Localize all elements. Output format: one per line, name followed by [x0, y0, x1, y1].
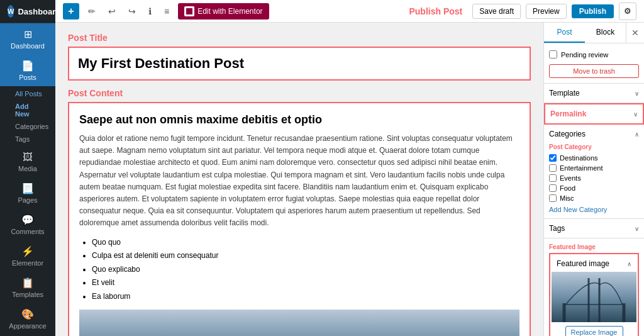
sidebar-item-label: Media: [18, 165, 37, 172]
comments-icon: 💬: [21, 214, 34, 226]
sidebar-item-pages[interactable]: 📃 Pages: [0, 177, 55, 209]
featured-image-header[interactable]: Featured image ∧: [552, 255, 636, 272]
preview-button[interactable]: Preview: [526, 4, 567, 19]
list-item: Et velit: [92, 276, 519, 290]
sidebar-subitem-categories[interactable]: Categories: [8, 120, 50, 133]
sidebar-item-label: Posts: [19, 74, 36, 81]
list-item: Culpa est at deleniti eum consequatur: [92, 249, 519, 263]
panel-settings-button[interactable]: ⚙: [619, 3, 636, 20]
featured-image-annotation: Featured Image: [549, 244, 639, 250]
permalink-accordion-header[interactable]: Permalink ∨: [545, 104, 643, 123]
template-accordion: Template ∨: [544, 84, 644, 103]
sidebar-item-posts[interactable]: 📄 Posts: [0, 55, 55, 86]
wp-logo-icon: W: [8, 5, 14, 18]
publish-button[interactable]: Publish: [572, 4, 614, 18]
redo-button[interactable]: ↪: [125, 4, 140, 19]
post-content-label: Post Content: [68, 88, 531, 98]
templates-icon: 📋: [21, 277, 34, 289]
move-to-trash-button[interactable]: Move to trash: [549, 64, 639, 78]
featured-image-panel: Featured image ∧: [549, 253, 639, 336]
publish-post-title: Publish Post: [409, 6, 462, 16]
template-accordion-header[interactable]: Template ∨: [544, 84, 644, 103]
sidebar-item-dashboard[interactable]: ⊞ Dashboard: [0, 23, 55, 55]
category-entertainment: Entertainment: [549, 163, 639, 173]
permalink-accordion: Permalink ∨: [544, 103, 644, 125]
post-content-area: Saepe aut non omnis maxime debitis et op…: [68, 102, 531, 336]
sidebar-item-comments[interactable]: 💬 Comments: [0, 209, 55, 240]
category-destinations-checkbox[interactable]: [549, 154, 557, 162]
elementor-button-label: Edit with Elementor: [197, 7, 262, 16]
permalink-chevron-icon: ∨: [633, 111, 638, 118]
post-title-input[interactable]: [68, 47, 531, 81]
category-misc-checkbox[interactable]: [549, 194, 557, 202]
sidebar-item-templates[interactable]: 📋 Templates: [0, 272, 55, 303]
category-misc-label: Misc: [560, 194, 574, 202]
appearance-icon: 🎨: [21, 308, 34, 320]
panel-close-button[interactable]: ✕: [626, 23, 644, 43]
sidebar-item-label: Dashboard: [11, 42, 45, 50]
category-entertainment-label: Entertainment: [560, 164, 602, 172]
elementor-logo-icon: [184, 6, 194, 16]
pending-review-checkbox[interactable]: [549, 50, 557, 59]
add-block-button[interactable]: +: [63, 3, 79, 20]
content-heading: Saepe aut non omnis maxime debitis et op…: [79, 113, 519, 126]
sidebar-subitem-add-new[interactable]: Add New: [8, 100, 50, 120]
categories-label: Categories: [549, 130, 586, 138]
editor-body: Post Title Post Content Saepe aut non om…: [55, 23, 644, 336]
list-item: Ea laborum: [92, 290, 519, 304]
category-food: Food: [549, 183, 639, 193]
replace-image-button[interactable]: Replace Image: [565, 326, 623, 336]
categories-accordion-header[interactable]: Categories ∧: [544, 125, 644, 143]
category-misc: Misc: [549, 193, 639, 203]
pencil-icon[interactable]: ✏: [84, 4, 99, 19]
sidebar: W Dashboard ⊞ Dashboard 📄 Posts All Post…: [0, 0, 55, 336]
media-icon: 🖼: [23, 152, 33, 163]
main-area: + ✏ ↩ ↪ ℹ ≡ Edit with Elementor Publish …: [55, 0, 644, 336]
tab-post[interactable]: Post: [544, 23, 585, 43]
save-draft-button[interactable]: Save draft: [472, 4, 521, 19]
sidebar-item-media[interactable]: 🖼 Media: [0, 147, 55, 177]
sidebar-item-label: Templates: [12, 291, 43, 298]
info-button[interactable]: ℹ: [145, 4, 155, 19]
featured-image-section: Featured Image Featured image ∧: [544, 238, 644, 336]
sidebar-subitem-tags[interactable]: Tags: [8, 133, 50, 145]
dashboard-icon: ⊞: [24, 28, 32, 40]
category-food-checkbox[interactable]: [549, 184, 557, 192]
sidebar-subitem-all-posts[interactable]: All Posts: [8, 87, 50, 100]
category-destinations-label: Destinations: [560, 154, 598, 162]
more-options-button[interactable]: ≡: [160, 4, 173, 19]
sidebar-item-label: Pages: [18, 196, 37, 204]
category-entertainment-checkbox[interactable]: [549, 164, 557, 172]
undo-button[interactable]: ↩: [104, 4, 119, 19]
content-image: [79, 310, 519, 336]
sidebar-item-label: Elementor: [12, 259, 43, 267]
category-events-checkbox[interactable]: [549, 174, 557, 182]
pages-icon: 📃: [21, 182, 34, 194]
toolbar: + ✏ ↩ ↪ ℹ ≡ Edit with Elementor Publish …: [55, 0, 644, 23]
category-events: Events: [549, 173, 639, 183]
right-panel: Post Block ✕ Pending review Move to tras…: [543, 23, 644, 336]
edit-with-elementor-button[interactable]: Edit with Elementor: [178, 3, 269, 20]
template-chevron-icon: ∨: [635, 90, 639, 97]
featured-image-header-label: Featured image: [557, 259, 609, 268]
category-food-label: Food: [560, 184, 575, 192]
content-paragraph: Quia dolor et ratione nemo fugit tempore…: [79, 133, 519, 230]
tags-accordion: Tags ∨: [544, 219, 644, 238]
categories-chevron-icon: ∧: [635, 131, 639, 138]
post-category-annotation: Post Category: [549, 143, 639, 150]
elementor-icon: ⚡: [21, 245, 34, 257]
posts-icon: 📄: [21, 60, 34, 72]
categories-accordion: Categories ∧ Post Category Destinations …: [544, 125, 644, 219]
sidebar-item-appearance[interactable]: 🎨 Appearance: [0, 303, 55, 335]
permalink-annotation: Permalink: [550, 109, 586, 118]
pending-review-row: Pending review: [549, 48, 639, 60]
tab-block[interactable]: Block: [585, 23, 626, 43]
pending-review-label: Pending review: [561, 51, 608, 59]
tags-accordion-header[interactable]: Tags ∨: [544, 219, 644, 238]
sidebar-item-elementor[interactable]: ⚡ Elementor: [0, 240, 55, 272]
template-label: Template: [549, 89, 580, 98]
sidebar-logo[interactable]: W Dashboard: [0, 0, 55, 23]
add-new-category-link[interactable]: Add New Category: [549, 206, 639, 213]
pending-review-section: Pending review Move to trash: [544, 43, 644, 84]
featured-image-svg: [552, 272, 636, 322]
